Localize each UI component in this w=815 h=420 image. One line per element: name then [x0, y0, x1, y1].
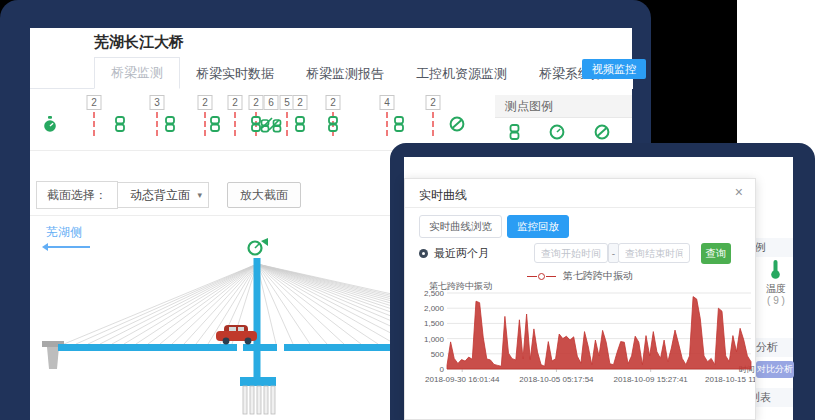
- chart-svg: 第七跨跨中振动05001,0001,5002,0002,5002018-09-3…: [411, 279, 755, 420]
- query-end-time-input[interactable]: [618, 243, 690, 263]
- main-tab-0[interactable]: 桥梁监测: [94, 57, 180, 89]
- section-select-label: 截面选择：: [36, 181, 118, 209]
- chart-y-tick: 0: [440, 365, 445, 374]
- link-icon: [509, 124, 520, 144]
- section-toolbar: 截面选择： 动态背立面 ▾ 放大截面: [36, 181, 301, 209]
- chart-y-tick: 2,500: [424, 289, 445, 298]
- dialog-tab-1[interactable]: 监控回放: [507, 215, 569, 238]
- chart-y-tick: 1,500: [424, 319, 445, 328]
- enlarge-section-button[interactable]: 放大截面: [227, 182, 301, 208]
- left-pier: [47, 347, 59, 369]
- divider: [405, 207, 755, 208]
- chart-y-tick: 2,000: [424, 304, 445, 313]
- page-title: 芜湖长江大桥: [94, 33, 184, 52]
- chart-y-tick: 500: [431, 350, 445, 359]
- chart-x-tick: 2018-09-30 16:01:44: [425, 375, 500, 384]
- thermometer-icon: [769, 258, 782, 284]
- main-tab-1[interactable]: 桥梁实时数据: [180, 59, 290, 89]
- background-window: [737, 0, 815, 160]
- section-select-value: 动态背立面: [130, 182, 190, 208]
- realtime-curve-dialog: 实时曲线 × 实时曲线浏览监控回放 最近两个月 - 查询 第七跨跨中振动 第七跨…: [404, 178, 756, 420]
- desktop: 芜湖长江大桥 桥梁监测桥梁实时数据桥梁监测报告工控机资源监测桥梁系统报警 视频监…: [0, 0, 815, 420]
- center-pier-cap: [240, 377, 276, 386]
- legend-line-icon: [546, 276, 556, 277]
- chart-x-tick: 2018-10-05 05:17:54: [519, 375, 594, 384]
- query-start-time-input[interactable]: [534, 243, 608, 263]
- main-tab-3[interactable]: 工控机资源监测: [400, 59, 523, 89]
- gauge-icon: [549, 124, 565, 144]
- vibration-chart: 第七跨跨中振动05001,0001,5002,0002,5002018-09-3…: [411, 279, 755, 420]
- chart-y-tick: 1,000: [424, 335, 445, 344]
- chart-x-tick: 2018-10-15 11:03:41: [705, 375, 755, 384]
- tower-sensor-icon: [249, 238, 269, 255]
- query-button[interactable]: 查询: [701, 243, 731, 264]
- recent-two-months-radio[interactable]: [419, 249, 428, 258]
- deck-joint: [237, 344, 243, 351]
- ban-icon: [594, 124, 610, 144]
- dialog-tab-0[interactable]: 实时曲线浏览: [419, 215, 502, 238]
- car: [216, 325, 257, 344]
- recent-two-months-label: 最近两个月: [434, 246, 489, 261]
- legend-panel-header: 测点图例: [495, 95, 632, 118]
- bridge-tower: [254, 258, 261, 386]
- legend-panel-icons: [495, 124, 632, 144]
- dialog-title: 实时曲线: [419, 187, 467, 204]
- section-select[interactable]: 动态背立面 ▾: [117, 182, 209, 208]
- center-pier-piles: [243, 386, 275, 414]
- temperature-label: 温度: [762, 282, 790, 296]
- main-tab-2[interactable]: 桥梁监测报告: [290, 59, 400, 89]
- temperature-count: ( 9 ): [758, 295, 794, 306]
- video-monitor-button[interactable]: 视频监控: [582, 59, 646, 79]
- main-tab-bar: 桥梁监测桥梁实时数据桥梁监测报告工控机资源监测桥梁系统报警: [30, 58, 632, 89]
- dialog-tab-bar: 实时曲线浏览监控回放: [419, 215, 569, 238]
- chart-x-tick: 2018-10-09 15:27:41: [614, 375, 689, 384]
- close-icon[interactable]: ×: [735, 184, 743, 200]
- compare-button[interactable]: 对比分析: [756, 361, 794, 378]
- legend-line-icon: [527, 276, 537, 277]
- chart-series: [447, 297, 751, 369]
- deck-joint: [277, 344, 284, 351]
- chevron-down-icon: ▾: [197, 182, 202, 208]
